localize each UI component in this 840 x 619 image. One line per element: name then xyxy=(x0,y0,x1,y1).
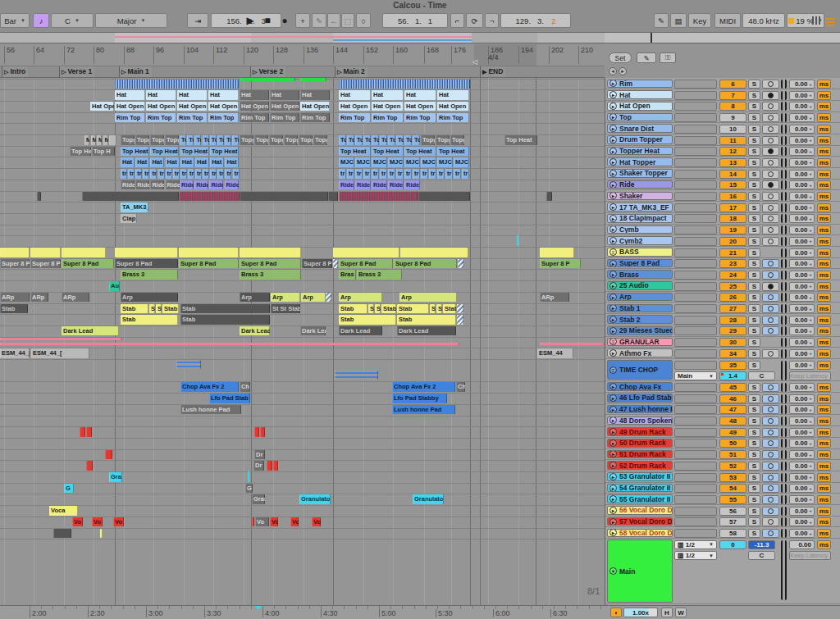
clip[interactable]: M xyxy=(97,135,102,145)
clip[interactable]: Topg xyxy=(121,135,135,145)
clip[interactable] xyxy=(37,192,41,202)
arm-button[interactable] xyxy=(762,507,779,516)
track-row[interactable]: ▸50 Drum Rack50S0.00◂ms xyxy=(605,438,840,449)
solo-button[interactable]: S xyxy=(748,450,760,459)
clip[interactable]: Hat xyxy=(177,90,208,100)
arm-button[interactable] xyxy=(762,282,779,291)
automation-mode-icon[interactable]: ⬚ xyxy=(341,13,354,28)
track-delay-unit[interactable]: ms xyxy=(817,304,831,313)
clip[interactable] xyxy=(400,248,468,257)
track-name-11[interactable]: ▸Drum Topper xyxy=(607,135,673,144)
lock-button[interactable]: ⚿ xyxy=(660,52,676,63)
clip[interactable]: Hat Open xyxy=(240,102,269,112)
arm-button[interactable] xyxy=(762,450,779,459)
track-io-box[interactable] xyxy=(674,507,717,516)
track-delay-field[interactable]: 0.00◂ xyxy=(789,450,815,459)
clip[interactable]: Tc xyxy=(396,135,404,145)
clip[interactable]: Hat Open xyxy=(339,102,371,112)
main-quantize-2[interactable]: ▥ 1/2▼ xyxy=(674,551,717,560)
clip[interactable]: Tc xyxy=(388,135,395,145)
solo-button[interactable]: S xyxy=(748,361,760,370)
solo-button[interactable]: S xyxy=(748,180,760,189)
clip[interactable]: tr xyxy=(166,169,172,179)
clip[interactable]: St xyxy=(430,304,436,314)
clip[interactable]: Topg xyxy=(284,135,298,145)
track-io-box[interactable] xyxy=(674,91,717,100)
clip[interactable]: tr xyxy=(421,169,428,179)
re-enable-automation-icon[interactable]: ○ xyxy=(356,13,371,28)
clip[interactable] xyxy=(105,450,112,460)
clip[interactable]: St xyxy=(436,304,442,314)
clip[interactable] xyxy=(333,259,338,269)
track-io-box[interactable] xyxy=(674,293,717,302)
clip[interactable]: Tc xyxy=(363,135,371,145)
clip[interactable]: Topg xyxy=(436,135,450,145)
solo-button[interactable]: S xyxy=(748,517,760,526)
arm-button[interactable] xyxy=(762,91,779,100)
clip[interactable] xyxy=(335,371,378,380)
clip[interactable]: tr xyxy=(203,169,209,179)
track-name-6[interactable]: ▸Rim xyxy=(607,80,673,89)
clip[interactable]: Hat xyxy=(270,90,299,100)
track-number-badge[interactable]: 55 xyxy=(719,495,746,504)
main-pan-field[interactable]: 0 xyxy=(719,540,746,549)
track-play-icon[interactable]: ▸ xyxy=(609,148,617,155)
clip[interactable] xyxy=(86,427,92,437)
track-row[interactable]: ▸Shaker16S0.00◂ms xyxy=(605,191,840,203)
track-delay-unit[interactable]: ms xyxy=(817,102,831,111)
clip[interactable]: ARp xyxy=(62,293,89,303)
track-name-28[interactable]: ▸Stab 2 xyxy=(607,315,673,324)
track-io-box[interactable] xyxy=(674,225,717,234)
track-row[interactable]: ▸47 Lush honne P47S0.00◂ms xyxy=(605,404,840,416)
clip[interactable]: Dr xyxy=(254,450,265,460)
scale-name-menu[interactable]: Major▼ xyxy=(95,13,167,28)
track-io-box[interactable] xyxy=(674,484,717,493)
track-delay-field[interactable]: 0.00◂ xyxy=(789,361,815,370)
clip[interactable]: Hat xyxy=(135,157,149,167)
scale-mode-icon[interactable]: ♪ xyxy=(33,13,49,28)
menu-icon[interactable] xyxy=(825,13,837,28)
clip[interactable]: Super 8 P xyxy=(540,259,581,269)
track-play-icon[interactable]: ▸ xyxy=(609,125,617,132)
clip[interactable]: Hat xyxy=(195,157,209,167)
track-name-26[interactable]: ▸Arp xyxy=(607,293,673,302)
track-play-icon[interactable]: ▸ xyxy=(609,237,617,244)
track-delay-unit[interactable]: ms xyxy=(817,80,831,89)
track-row[interactable]: ▸46 Lfo Pad Stabb46S0.00◂ms xyxy=(605,393,840,404)
clip[interactable]: Lush honne Pad xyxy=(180,405,241,415)
track-row[interactable]: ▸Rim6S0.00◂ms xyxy=(605,79,840,90)
pencil-tool-button[interactable]: ✎ xyxy=(637,52,656,63)
solo-button[interactable]: S xyxy=(748,428,760,437)
track-io-box[interactable] xyxy=(674,529,717,538)
clip[interactable]: tr xyxy=(210,169,217,179)
track-delay-unit[interactable]: ms xyxy=(817,170,831,179)
track-row[interactable]: ▸Topper Heat12S0.00◂ms xyxy=(605,146,840,157)
track-name-12[interactable]: ▸Topper Heat xyxy=(607,147,673,156)
clip[interactable]: Super 8 P xyxy=(302,259,332,269)
clip[interactable]: Hat xyxy=(404,90,436,100)
clip[interactable] xyxy=(260,427,265,437)
arm-button[interactable] xyxy=(762,293,779,302)
clip[interactable]: Top Heat xyxy=(504,135,537,145)
track-number-badge[interactable]: 57 xyxy=(719,517,746,526)
track-delay-unit[interactable]: ms xyxy=(817,237,831,246)
track-delay-field[interactable]: 0.00◂ xyxy=(789,473,815,482)
clip[interactable]: Stab xyxy=(121,315,178,325)
clip[interactable] xyxy=(339,192,418,202)
arm-button[interactable] xyxy=(762,349,779,358)
track-number-badge[interactable]: 27 xyxy=(719,304,746,313)
track-play-icon[interactable]: ▸ xyxy=(609,181,617,189)
track-delay-unit[interactable]: ms xyxy=(817,507,831,516)
track-delay-field[interactable]: 0.00◂ xyxy=(789,316,815,325)
clip[interactable]: Rim Top xyxy=(404,113,436,123)
track-name-17[interactable]: ▸17 TA_MK3_EF xyxy=(607,203,673,212)
track-row[interactable]: ▸18 ClapImpact18S0.00◂ms xyxy=(605,213,840,225)
track-row[interactable]: ▸57 Vocal Doro Dr57S0.00◂ms xyxy=(605,517,840,528)
track-delay-unit[interactable]: ms xyxy=(817,428,831,437)
arm-button[interactable] xyxy=(762,394,779,403)
track-io-box[interactable] xyxy=(674,361,717,370)
clip[interactable]: Ride xyxy=(209,180,223,190)
arm-button[interactable] xyxy=(762,102,779,111)
clip[interactable]: Rim Top xyxy=(437,113,469,123)
clip[interactable]: Top Heat xyxy=(372,147,404,157)
